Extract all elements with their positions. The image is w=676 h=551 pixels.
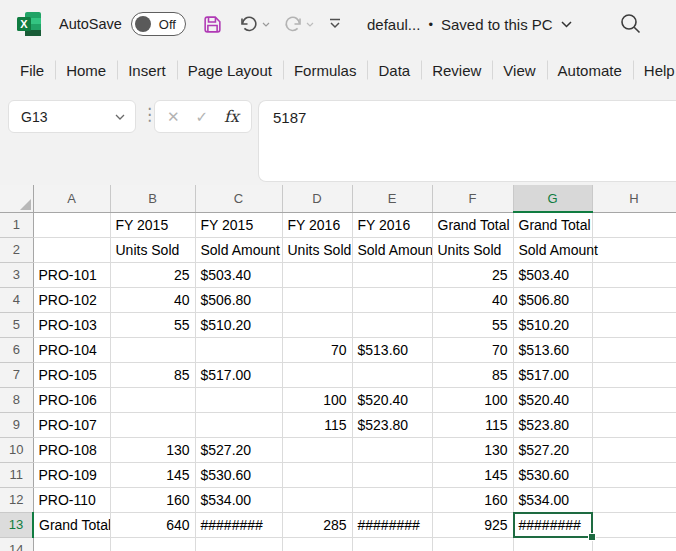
cell-E7[interactable] [352,362,432,387]
redo-dropdown-chevron[interactable] [306,22,314,27]
cell-E9[interactable]: $523.80 [352,412,432,437]
cell-E3[interactable] [352,262,432,287]
cell-A2[interactable] [33,237,110,262]
cell-H2[interactable] [592,237,676,262]
menu-tab-page-layout[interactable]: Page Layout [177,59,283,82]
cell-B10[interactable]: 130 [110,437,195,462]
cell-G2[interactable]: Sold Amount [513,237,592,262]
name-box-dropdown[interactable] [115,114,125,120]
formula-value[interactable]: 5187 [259,101,676,126]
cell-F4[interactable]: 40 [432,287,513,312]
cell-C6[interactable] [195,337,282,362]
row-header-10[interactable]: 10 [0,437,33,462]
saved-status[interactable]: Saved to this PC [441,16,553,33]
cell-B14[interactable] [110,537,195,551]
row-header-1[interactable]: 1 [0,212,33,237]
cancel-button[interactable]: ✕ [167,108,180,126]
menu-tab-data[interactable]: Data [367,59,421,82]
column-header-G[interactable]: G [513,185,592,212]
column-header-H[interactable]: H [592,185,676,212]
row-header-7[interactable]: 7 [0,362,33,387]
cell-F7[interactable]: 85 [432,362,513,387]
cell-A3[interactable]: PRO-101 [33,262,110,287]
cell-H6[interactable] [592,337,676,362]
cell-B12[interactable]: 160 [110,487,195,512]
cell-G4[interactable]: $506.80 [513,287,592,312]
formula-input[interactable]: 5187 [258,100,676,182]
menu-tab-help[interactable]: Help [633,59,676,82]
cell-H14[interactable] [592,537,676,551]
cell-D13[interactable]: 285 [282,512,352,537]
cell-H8[interactable] [592,387,676,412]
cell-A13[interactable]: Grand Total [33,512,110,537]
excel-logo[interactable]: X [16,11,42,37]
cell-H10[interactable] [592,437,676,462]
menu-tab-formulas[interactable]: Formulas [283,59,368,82]
cell-H7[interactable] [592,362,676,387]
cell-D6[interactable]: 70 [282,337,352,362]
cell-E11[interactable] [352,462,432,487]
cell-H12[interactable] [592,487,676,512]
cell-F10[interactable]: 130 [432,437,513,462]
redo-button[interactable] [283,15,303,33]
cell-A14[interactable] [33,537,110,551]
row-header-14[interactable]: 14 [0,537,33,551]
cell-B13[interactable]: 640 [110,512,195,537]
cell-A4[interactable]: PRO-102 [33,287,110,312]
cell-F14[interactable] [432,537,513,551]
cell-H9[interactable] [592,412,676,437]
cell-D7[interactable] [282,362,352,387]
cell-C1[interactable]: FY 2015 [195,212,282,237]
cell-C14[interactable] [195,537,282,551]
menu-tab-review[interactable]: Review [421,59,492,82]
cell-H13[interactable] [592,512,676,537]
cell-E5[interactable] [352,312,432,337]
cell-B11[interactable]: 145 [110,462,195,487]
cell-G10[interactable]: $527.20 [513,437,592,462]
cell-E12[interactable] [352,487,432,512]
document-title-group[interactable]: defaul... • Saved to this PC [367,0,572,48]
undo-button[interactable] [239,15,259,33]
cell-D10[interactable] [282,437,352,462]
column-header-F[interactable]: F [432,185,513,212]
cell-A6[interactable]: PRO-104 [33,337,110,362]
cell-G3[interactable]: $503.40 [513,262,592,287]
row-header-8[interactable]: 8 [0,387,33,412]
cell-G1[interactable]: Grand Total [513,212,592,237]
menu-tab-home[interactable]: Home [55,59,117,82]
cell-B1[interactable]: FY 2015 [110,212,195,237]
cell-G5[interactable]: $510.20 [513,312,592,337]
cell-E14[interactable] [352,537,432,551]
row-header-5[interactable]: 5 [0,312,33,337]
column-header-B[interactable]: B [110,185,195,212]
cell-H11[interactable] [592,462,676,487]
cell-B4[interactable]: 40 [110,287,195,312]
column-header-C[interactable]: C [195,185,282,212]
menu-tab-automate[interactable]: Automate [547,59,633,82]
row-header-2[interactable]: 2 [0,237,33,262]
column-header-D[interactable]: D [282,185,352,212]
cell-F2[interactable]: Units Sold [432,237,513,262]
cell-D14[interactable] [282,537,352,551]
cell-F1[interactable]: Grand Total [432,212,513,237]
cell-H4[interactable] [592,287,676,312]
search-button[interactable] [618,11,643,36]
cell-B2[interactable]: Units Sold [110,237,195,262]
row-header-3[interactable]: 3 [0,262,33,287]
cell-G14[interactable] [513,537,592,551]
undo-dropdown-chevron[interactable] [262,22,270,27]
name-box[interactable]: G13 [8,100,136,133]
row-header-12[interactable]: 12 [0,487,33,512]
name-box-value[interactable]: G13 [9,109,115,125]
cell-H3[interactable] [592,262,676,287]
cell-D9[interactable]: 115 [282,412,352,437]
cell-F11[interactable]: 145 [432,462,513,487]
cell-G6[interactable]: $513.60 [513,337,592,362]
cell-F5[interactable]: 55 [432,312,513,337]
cell-A10[interactable]: PRO-108 [33,437,110,462]
saved-status-chevron[interactable] [561,21,572,28]
cell-B6[interactable] [110,337,195,362]
row-header-9[interactable]: 9 [0,412,33,437]
cell-E8[interactable]: $520.40 [352,387,432,412]
cell-C4[interactable]: $506.80 [195,287,282,312]
